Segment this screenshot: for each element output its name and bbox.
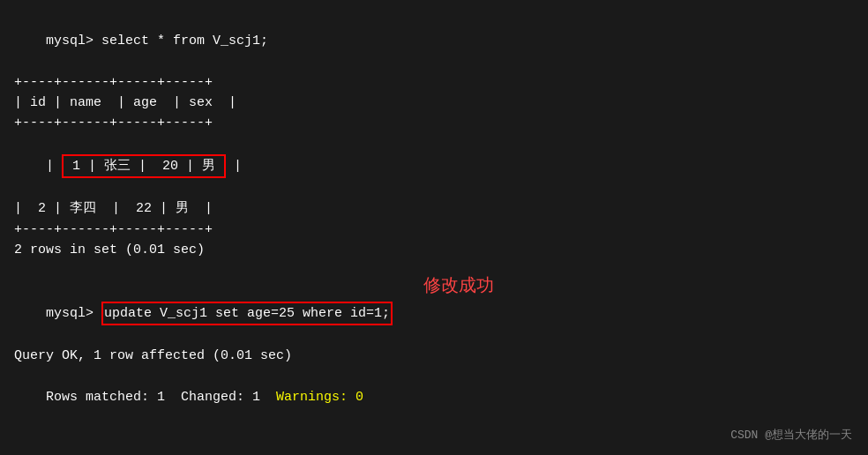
line-sep3: +----+------+-----+-----+ — [14, 220, 854, 240]
blank-2 — [14, 428, 854, 448]
cmd-select1: select * from V_scj1; — [101, 34, 268, 48]
line-1: mysql> select * from V_scj1; — [14, 11, 854, 72]
query-ok: Query OK, 1 row affected (0.01 sec) — [14, 346, 854, 366]
rows-matched: Rows matched: 1 Changed: 1 Warnings: 0 — [14, 366, 854, 428]
terminal: mysql> select * from V_scj1; +----+-----… — [0, 0, 868, 455]
warnings-text: Warnings: 0 — [276, 390, 363, 405]
line-sep2: +----+------+-----+-----+ — [14, 113, 854, 133]
line-header1: | id | name | age | sex | — [14, 93, 854, 113]
success-label: 修改成功 — [423, 273, 494, 297]
line-sep1: +----+------+-----+-----+ — [14, 72, 854, 93]
rows-matched-text: Rows matched: 1 Changed: 1 — [46, 390, 276, 405]
table-row-1: | 1 | 张三 | 20 | 男 | — [14, 134, 854, 199]
table-row-2: | 2 | 李四 | 22 | 男 | — [14, 198, 854, 219]
watermark: CSDN @想当大佬的一天 — [730, 427, 852, 443]
line-select2: mysql> select * from V_scj1; — [14, 448, 854, 455]
prompt-text: mysql> — [46, 34, 101, 48]
highlight-box-1: 1 | 张三 | 20 | 男 — [62, 154, 226, 178]
highlight-cmd: update V_scj1 set age=25 where id=1; — [101, 302, 393, 325]
result-1: 2 rows in set (0.01 sec) — [14, 240, 854, 260]
prompt-update: mysql> — [46, 306, 101, 321]
